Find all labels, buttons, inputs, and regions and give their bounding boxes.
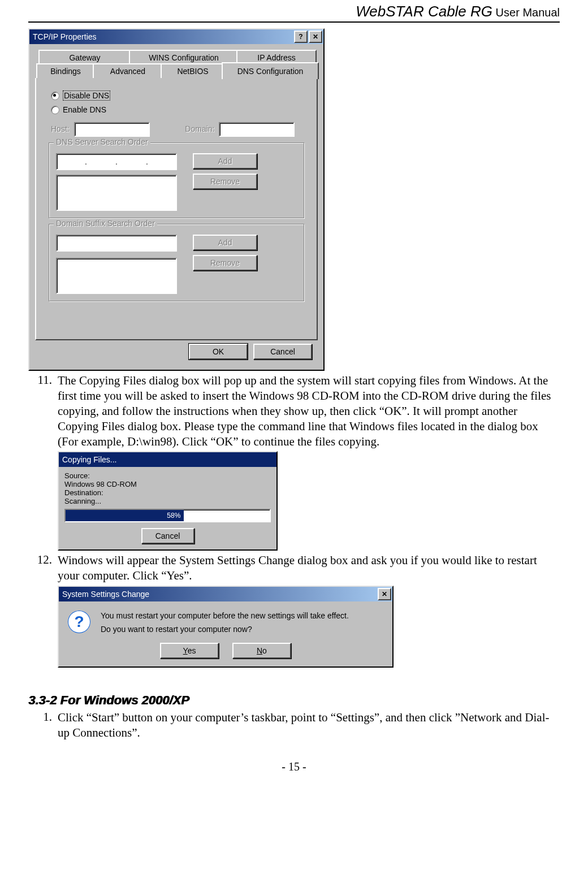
close-button[interactable]: ✕ [309, 31, 322, 43]
radio-disable-dns[interactable]: Disable DNS [51, 90, 306, 101]
dns-listbox[interactable] [56, 175, 177, 211]
section-title: 3.3-2 For Windows 2000/XP [28, 693, 560, 708]
progress-fill: 58% [66, 510, 184, 521]
tcpip-titlebar: TCP/IP Properties ? ✕ [29, 29, 323, 44]
ssc-close-button[interactable]: ✕ [378, 588, 391, 600]
dns-search-order-group: DNS Server Search Order ... Add Remove [49, 142, 304, 218]
tcpip-title: TCP/IP Properties [33, 32, 293, 41]
tab-dns[interactable]: DNS Configuration [222, 62, 319, 79]
suffix-search-order-group: Domain Suffix Search Order Add Remove [49, 224, 304, 301]
ssc-titlebar: System Settings Change ✕ [59, 587, 392, 601]
tab-gateway[interactable]: Gateway [38, 50, 131, 64]
header-suffix: User Manual [492, 6, 560, 19]
tab-strip: Gateway WINS Configuration IP Address Bi… [35, 50, 318, 79]
domain-label: Domain: [185, 124, 214, 133]
host-input[interactable] [74, 122, 150, 137]
step-11-text: The Copying Files dialog box will pop up… [58, 373, 560, 449]
host-domain-row: Host: Domain: [51, 122, 306, 137]
dns-panel: Disable DNS Enable DNS Host: Domain: DNS… [35, 78, 318, 340]
radio-enable-dns[interactable]: Enable DNS [51, 105, 306, 114]
tab-bindings[interactable]: Bindings [36, 63, 95, 78]
copying-scan-label: Scanning... [64, 497, 271, 505]
ssc-line1: You must restart your computer before th… [101, 611, 349, 622]
progress-percent: 58% [167, 512, 180, 520]
suffix-add-button[interactable]: Add [193, 235, 257, 250]
copying-dest-label: Destination: [64, 488, 271, 497]
radio-dot-icon [51, 106, 59, 114]
dns-remove-button[interactable]: Remove [193, 174, 257, 189]
dns-group-legend: DNS Server Search Order [54, 137, 150, 146]
cancel-button[interactable]: Cancel [253, 344, 312, 360]
no-button[interactable]: No [232, 643, 291, 659]
page-header: WebSTAR Cable RG User Manual [28, 0, 560, 23]
ssc-message: You must restart your computer before th… [101, 611, 349, 635]
ssc-title: System Settings Change [62, 590, 377, 599]
ssc-line2: Do you want to restart your computer now… [101, 624, 349, 635]
domain-input[interactable] [219, 122, 295, 137]
tab-advanced[interactable]: Advanced [93, 63, 163, 78]
help-button[interactable]: ? [294, 31, 308, 43]
question-icon: ? [68, 611, 90, 633]
step-12-text: Windows will appear the System Settings … [58, 553, 560, 583]
copying-source-value: Windows 98 CD-ROM [64, 480, 271, 488]
step-1-number: 1. [28, 710, 58, 741]
step-1-text: Click “Start” button on your computer’s … [58, 710, 560, 741]
ok-button[interactable]: OK [189, 344, 248, 360]
copying-cancel-button[interactable]: Cancel [141, 528, 194, 544]
copying-titlebar: Copying Files... [59, 452, 276, 467]
header-brand: WebSTAR Cable RG [356, 3, 492, 20]
step-12: 12. Windows will appear the System Setti… [28, 553, 560, 583]
step-11: 11. The Copying Files dialog box will po… [28, 373, 560, 449]
copying-dialog: Copying Files... Source: Windows 98 CD-R… [58, 451, 278, 551]
dns-add-button[interactable]: Add [193, 153, 257, 169]
radio-dot-selected-icon [51, 92, 59, 100]
system-settings-change-dialog: System Settings Change ✕ ? You must rest… [58, 586, 394, 668]
step-12-number: 12. [28, 553, 58, 583]
suffix-remove-button[interactable]: Remove [193, 255, 257, 271]
copying-title: Copying Files... [62, 455, 275, 464]
tab-netbios[interactable]: NetBIOS [161, 63, 225, 78]
yes-button[interactable]: Yes [160, 643, 219, 659]
host-label: Host: [51, 124, 70, 133]
step-1: 1. Click “Start” button on your computer… [28, 710, 560, 741]
page-footer: - 15 - [28, 760, 560, 773]
step-11-number: 11. [28, 373, 58, 449]
suffix-group-legend: Domain Suffix Search Order [54, 219, 157, 228]
suffix-input[interactable] [56, 235, 177, 252]
suffix-listbox[interactable] [56, 258, 177, 294]
progress-bar: 58% [64, 509, 271, 522]
copying-source-label: Source: [64, 471, 271, 480]
tcpip-dialog-buttons: OK Cancel [35, 340, 318, 365]
tcpip-dialog: TCP/IP Properties ? ✕ Gateway WINS Confi… [28, 28, 325, 371]
dns-ip-input[interactable]: ... [56, 153, 177, 170]
